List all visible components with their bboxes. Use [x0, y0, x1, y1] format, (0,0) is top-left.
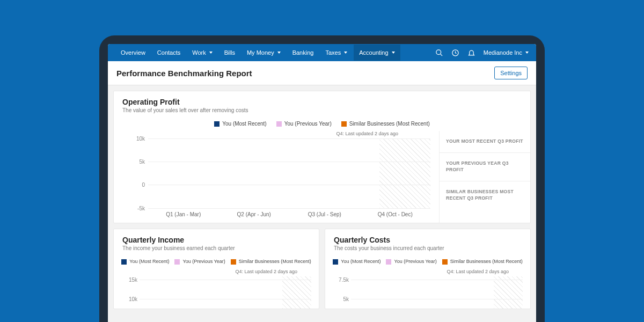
app-screen: OverviewContactsWorkBillsMy MoneyBanking… — [108, 44, 536, 322]
stat-your-prev-q3: YOUR PREVIOUS YEAR Q3 PROFIT — [440, 153, 530, 181]
y-tick: 0 — [142, 182, 145, 188]
side-stats: YOUR MOST RECENT Q3 PROFIT YOUR PREVIOUS… — [439, 131, 530, 223]
chevron-down-icon — [525, 52, 529, 54]
operating-profit-card: Operating Profit The value of your sales… — [113, 91, 531, 223]
x-tick: Q3 (Jul - Sep) — [289, 211, 360, 217]
device-frame: OverviewContactsWorkBillsMy MoneyBanking… — [99, 35, 545, 322]
swatch-you-recent — [214, 121, 219, 127]
chart-legend: You (Most Recent) You (Previous Year) Si… — [325, 254, 530, 269]
y-tick: -5k — [137, 206, 145, 211]
swatch-similar — [341, 121, 347, 127]
page-title: Performance Benchmarking Report — [116, 69, 252, 78]
card-title: Quarterly Income — [122, 236, 310, 244]
legend-item: You (Most Recent) — [121, 259, 169, 265]
chevron-down-icon — [277, 52, 281, 54]
quarterly-income-card: Quarterly Income The income your busines… — [113, 229, 319, 309]
nav-item-contacts[interactable]: Contacts — [152, 45, 186, 61]
card-title: Quarterly Costs — [334, 236, 522, 244]
costs-chart: 7.5k 5k — [333, 276, 523, 309]
org-switcher[interactable]: Medianode Inc — [484, 49, 529, 56]
stat-similar-q3: SIMILAR BUSINESSES MOST RECENT Q3 PROFIT — [440, 181, 530, 209]
chart-axis: 10k 5k 0 -5k — [122, 138, 430, 208]
legend-item: Similar Businesses (Most Recent) — [231, 259, 311, 265]
svg-line-1 — [441, 54, 443, 56]
nav-item-my-money[interactable]: My Money — [241, 45, 286, 61]
chevron-down-icon — [209, 52, 213, 54]
nav-item-work[interactable]: Work — [187, 45, 217, 61]
settings-button[interactable]: Settings — [494, 67, 528, 79]
y-tick: 5k — [139, 159, 145, 165]
svg-point-0 — [436, 49, 441, 54]
legend-item: Similar Businesses (Most Recent) — [442, 259, 523, 265]
search-icon[interactable] — [435, 48, 444, 57]
q4-pending-shade — [494, 276, 523, 309]
quarterly-costs-card: Quarterly Costs The costs your business … — [325, 229, 531, 309]
bell-icon[interactable] — [467, 48, 476, 57]
recent-icon[interactable] — [451, 48, 460, 57]
chevron-down-icon — [344, 52, 347, 54]
card-subtitle: The costs your business incurred each qu… — [334, 245, 522, 251]
nav-item-bills[interactable]: Bills — [219, 45, 240, 61]
chevron-down-icon — [392, 52, 395, 54]
legend-item: Similar Businesses (Most Recent) — [341, 121, 430, 127]
card-title: Operating Profit — [122, 98, 522, 106]
swatch-you-prev — [276, 121, 282, 127]
q4-pending-shade — [379, 138, 431, 208]
stat-your-recent-q3: YOUR MOST RECENT Q3 PROFIT — [440, 131, 530, 153]
content: Operating Profit The value of your sales… — [108, 85, 536, 314]
top-nav: OverviewContactsWorkBillsMy MoneyBanking… — [108, 44, 536, 61]
nav-item-taxes[interactable]: Taxes — [320, 45, 353, 61]
nav-item-banking[interactable]: Banking — [287, 45, 319, 61]
legend-item: You (Previous Year) — [386, 259, 436, 265]
x-axis: Q1 (Jan - Mar) Q2 (Apr - Jun) Q3 (Jul - … — [148, 208, 430, 217]
card-subtitle: The income your business earned each qua… — [122, 245, 310, 251]
org-name: Medianode Inc — [484, 49, 522, 56]
income-chart: 15k 10k — [121, 276, 311, 309]
secondary-row: Quarterly Income The income your busines… — [113, 229, 531, 309]
updated-note: Q4: Last updated 2 days ago — [122, 131, 430, 136]
legend-item: You (Most Recent) — [333, 259, 380, 265]
nav-item-accounting[interactable]: Accounting — [354, 45, 400, 61]
y-tick: 5k — [343, 296, 349, 302]
y-tick: 10k — [129, 296, 137, 302]
legend-item: You (Previous Year) — [174, 259, 225, 265]
y-tick: 15k — [129, 276, 137, 282]
y-tick: 7.5k — [339, 276, 349, 282]
updated-note: Q4: Last updated 2 days ago — [114, 269, 319, 274]
x-tick: Q1 (Jan - Mar) — [148, 211, 219, 217]
chart-legend: You (Most Recent) You (Previous Year) Si… — [114, 116, 530, 131]
nav-items: OverviewContactsWorkBillsMy MoneyBanking… — [115, 45, 435, 61]
legend-item: You (Previous Year) — [276, 121, 332, 127]
updated-note: Q4: Last updated 2 days ago — [325, 269, 530, 274]
legend-item: You (Most Recent) — [214, 121, 266, 127]
q4-pending-shade — [282, 276, 312, 309]
nav-right: Medianode Inc — [435, 48, 529, 57]
title-bar: Performance Benchmarking Report Settings — [108, 61, 536, 85]
card-subtitle: The value of your sales left over after … — [122, 107, 522, 113]
operating-profit-chart: Q4: Last updated 2 days ago 10k 5k 0 -5k… — [114, 131, 530, 223]
x-tick: Q4 (Oct - Dec) — [360, 211, 431, 217]
x-tick: Q2 (Apr - Jun) — [219, 211, 290, 217]
chart-legend: You (Most Recent) You (Previous Year) Si… — [114, 254, 319, 269]
y-tick: 10k — [136, 136, 145, 142]
nav-item-overview[interactable]: Overview — [115, 45, 151, 61]
